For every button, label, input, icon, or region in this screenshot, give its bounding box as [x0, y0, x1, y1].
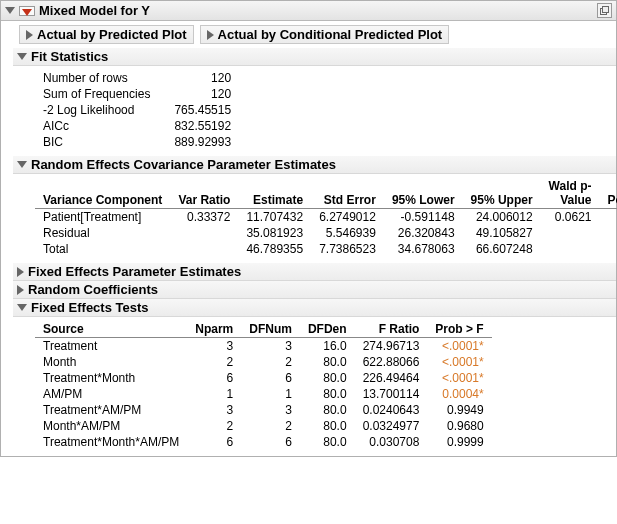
disclosure-closed-icon[interactable] [17, 267, 24, 277]
actual-conditional-panel[interactable]: Actual by Conditional Predicted Plot [200, 25, 450, 44]
cell-source: Month*AM/PM [35, 418, 187, 434]
fit-label: -2 Log Likelihood [35, 102, 166, 118]
section-title: Fixed Effects Parameter Estimates [28, 264, 241, 279]
col-estimate: Estimate [238, 178, 311, 209]
cell-lower: 26.320843 [384, 225, 463, 241]
col-component: Variance Component [35, 178, 170, 209]
cell-dfden: 16.0 [300, 338, 355, 355]
cell-var-ratio [170, 225, 238, 241]
fepe-header[interactable]: Fixed Effects Parameter Estimates [13, 263, 616, 281]
fit-value: 120 [166, 70, 239, 86]
plot-panel-row: Actual by Predicted Plot Actual by Condi… [1, 21, 616, 48]
cell-dfnum: 1 [241, 386, 300, 402]
table-row: Month*AM/PM2280.00.03249770.9680 [35, 418, 492, 434]
cell-wald-p [541, 241, 600, 257]
fit-value: 765.45515 [166, 102, 239, 118]
cell-probf: <.0001* [427, 354, 491, 370]
fit-statistics-table: Number of rows120Sum of Frequencies120-2… [35, 70, 239, 150]
cell-nparm: 3 [187, 402, 241, 418]
cell-upper: 66.607248 [463, 241, 541, 257]
actual-predicted-panel[interactable]: Actual by Predicted Plot [19, 25, 194, 44]
table-row: Treatment*Month*AM/PM6680.00.0307080.999… [35, 434, 492, 450]
fit-label: AICc [35, 118, 166, 134]
cell-std-error: 5.546939 [311, 225, 384, 241]
cell-wald-p: 0.0621 [541, 209, 600, 226]
cell-dfden: 80.0 [300, 354, 355, 370]
cell-dfnum: 3 [241, 402, 300, 418]
fet-table: Source Nparm DFNum DFDen F Ratio Prob > … [35, 321, 492, 450]
cell-std-error: 6.2749012 [311, 209, 384, 226]
cell-dfden: 80.0 [300, 370, 355, 386]
cell-nparm: 6 [187, 434, 241, 450]
fit-label: Sum of Frequencies [35, 86, 166, 102]
cell-source: AM/PM [35, 386, 187, 402]
cell-fratio: 274.96713 [355, 338, 428, 355]
col-dfden: DFDen [300, 321, 355, 338]
recp-body: Variance Component Var Ratio Estimate St… [1, 174, 616, 263]
panel-label: Actual by Conditional Predicted Plot [218, 27, 443, 42]
cell-fratio: 622.88066 [355, 354, 428, 370]
cell-fratio: 226.49464 [355, 370, 428, 386]
fit-statistics-header[interactable]: Fit Statistics [13, 48, 616, 66]
cell-fratio: 0.0240643 [355, 402, 428, 418]
cell-pct: 100.000 [600, 241, 618, 257]
fit-value: 889.92993 [166, 134, 239, 150]
col-var-ratio: Var Ratio [170, 178, 238, 209]
rc-header[interactable]: Random Coefficients [13, 281, 616, 299]
fet-body: Source Nparm DFNum DFDen F Ratio Prob > … [1, 317, 616, 456]
fit-statistics-body: Number of rows120Sum of Frequencies120-2… [1, 66, 616, 156]
table-row: Month2280.0622.88066<.0001* [35, 354, 492, 370]
fet-header[interactable]: Fixed Effects Tests [13, 299, 616, 317]
cell-dfnum: 2 [241, 354, 300, 370]
cell-component: Residual [35, 225, 170, 241]
fit-label: Number of rows [35, 70, 166, 86]
popout-button[interactable] [597, 3, 612, 18]
cell-dfnum: 2 [241, 418, 300, 434]
cell-upper: 24.006012 [463, 209, 541, 226]
fit-value: 832.55192 [166, 118, 239, 134]
cell-source: Treatment*Month [35, 370, 187, 386]
cell-estimate: 11.707432 [238, 209, 311, 226]
popout-icon [600, 6, 609, 15]
cell-probf: 0.0004* [427, 386, 491, 402]
cell-dfden: 80.0 [300, 386, 355, 402]
col-wald-p: Wald p-Value [541, 178, 600, 209]
disclosure-open-icon[interactable] [17, 53, 27, 60]
cell-dfnum: 6 [241, 370, 300, 386]
recp-header[interactable]: Random Effects Covariance Parameter Esti… [13, 156, 616, 174]
cell-var-ratio: 0.33372 [170, 209, 238, 226]
cell-probf: 0.9949 [427, 402, 491, 418]
cell-probf: <.0001* [427, 338, 491, 355]
panel-label: Actual by Predicted Plot [37, 27, 187, 42]
table-row: AM/PM1180.013.7001140.0004* [35, 386, 492, 402]
cell-component: Patient[Treatment] [35, 209, 170, 226]
fit-row: Sum of Frequencies120 [35, 86, 239, 102]
cell-dfden: 80.0 [300, 418, 355, 434]
svg-rect-1 [603, 7, 609, 13]
disclosure-closed-icon[interactable] [207, 30, 214, 40]
cell-probf: <.0001* [427, 370, 491, 386]
disclosure-closed-icon[interactable] [17, 285, 24, 295]
cell-source: Treatment*Month*AM/PM [35, 434, 187, 450]
table-row: Total46.7893557.738652334.67806366.60724… [35, 241, 617, 257]
hotspot-button[interactable] [19, 6, 35, 16]
cell-lower: -0.591148 [384, 209, 463, 226]
disclosure-open-icon[interactable] [5, 7, 15, 14]
col-lower: 95% Lower [384, 178, 463, 209]
disclosure-open-icon[interactable] [17, 304, 27, 311]
col-source: Source [35, 321, 187, 338]
section-title: Random Coefficients [28, 282, 158, 297]
table-row: Residual35.0819235.54693926.32084349.105… [35, 225, 617, 241]
col-probf: Prob > F [427, 321, 491, 338]
disclosure-closed-icon[interactable] [26, 30, 33, 40]
disclosure-open-icon[interactable] [17, 161, 27, 168]
cell-nparm: 6 [187, 370, 241, 386]
table-row: Treatment3316.0274.96713<.0001* [35, 338, 492, 355]
table-row: Treatment*AM/PM3380.00.02406430.9949 [35, 402, 492, 418]
col-nparm: Nparm [187, 321, 241, 338]
col-dfnum: DFNum [241, 321, 300, 338]
cell-nparm: 3 [187, 338, 241, 355]
fit-row: AICc832.55192 [35, 118, 239, 134]
cell-estimate: 46.789355 [238, 241, 311, 257]
cell-lower: 34.678063 [384, 241, 463, 257]
